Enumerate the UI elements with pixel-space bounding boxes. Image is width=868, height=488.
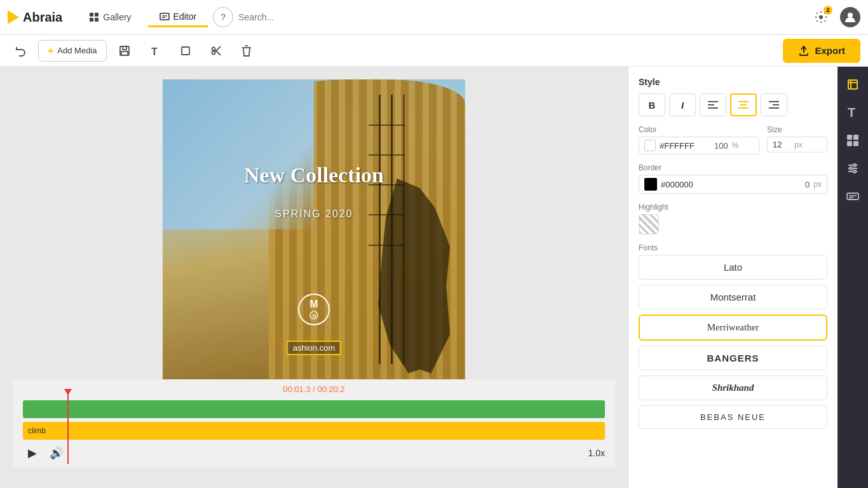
svg-rect-30 xyxy=(769,107,779,109)
timeline-clip-row[interactable]: climb xyxy=(23,421,605,441)
border-section: Border 0 px xyxy=(639,163,827,194)
bold-button[interactable]: B xyxy=(639,93,665,116)
border-size-value: 0 xyxy=(797,180,810,189)
svg-rect-26 xyxy=(740,104,747,105)
svg-rect-37 xyxy=(847,141,852,146)
size-label: Size xyxy=(767,125,827,134)
svg-rect-10 xyxy=(123,46,126,50)
logo-text: Abraia xyxy=(23,10,62,25)
settings-button[interactable]: 2 xyxy=(812,8,830,26)
text-sidebar-icon: T xyxy=(846,105,859,119)
border-input-row[interactable]: 0 px xyxy=(639,175,827,194)
editor-nav-btn[interactable]: Editor xyxy=(148,8,208,27)
crop-button[interactable] xyxy=(173,41,198,61)
sidebar-adjust-btn[interactable] xyxy=(840,156,865,181)
delete-button[interactable] xyxy=(234,41,259,61)
svg-rect-35 xyxy=(847,135,852,140)
svg-rect-27 xyxy=(738,107,749,109)
right-panel: Style B I xyxy=(628,67,837,488)
font-item-merriweather[interactable]: Merriweather xyxy=(639,315,827,341)
fonts-section: Fonts LatoMontserratMerriweatherBANGERSS… xyxy=(639,243,827,434)
fonts-list: LatoMontserratMerriweatherBANGERSShrikha… xyxy=(639,255,827,434)
highlight-picker[interactable] xyxy=(639,214,659,234)
canvas-image: New Collection SPRING 2020 M ⚙ ashion.co… xyxy=(163,79,465,379)
undo-button[interactable] xyxy=(8,41,33,61)
header: Abraia Gallery Editor ? 2 xyxy=(0,0,868,35)
gallery-icon xyxy=(89,12,99,22)
text-button[interactable]: T xyxy=(142,41,168,61)
size-input[interactable] xyxy=(773,140,792,149)
color-input-row[interactable]: 100 % xyxy=(639,137,759,154)
align-left-icon xyxy=(708,100,718,109)
canvas-subtitle-text: SPRING 2020 xyxy=(275,208,353,220)
export-button[interactable]: Export xyxy=(783,39,860,63)
italic-button[interactable]: I xyxy=(669,93,696,116)
border-label: Border xyxy=(639,163,827,172)
timeline-needle[interactable] xyxy=(67,394,69,464)
font-item-montserrat[interactable]: Montserrat xyxy=(639,285,827,309)
svg-rect-13 xyxy=(182,47,189,55)
sidebar-elements-btn[interactable] xyxy=(840,128,865,153)
percent-label: % xyxy=(732,141,739,150)
scissors-icon xyxy=(210,44,222,57)
svg-rect-36 xyxy=(853,135,858,140)
crop-icon xyxy=(179,44,192,57)
svg-point-44 xyxy=(853,170,856,173)
border-color-input[interactable] xyxy=(661,180,793,189)
add-media-button[interactable]: + Add Media xyxy=(38,40,107,62)
svg-rect-29 xyxy=(773,104,779,105)
opacity-value: 100 xyxy=(714,141,728,151)
timeline-clip[interactable]: climb xyxy=(23,422,605,440)
scissors-button[interactable] xyxy=(203,41,229,61)
color-swatch[interactable] xyxy=(644,140,656,151)
gallery-nav-btn[interactable]: Gallery xyxy=(78,8,142,26)
color-input[interactable] xyxy=(660,141,710,151)
user-icon xyxy=(844,11,856,23)
sidebar-subtitle-btn[interactable] xyxy=(840,184,865,209)
settings-badge: 2 xyxy=(824,6,832,15)
border-swatch[interactable] xyxy=(644,178,657,191)
svg-point-42 xyxy=(853,164,856,166)
canvas-logo: M ⚙ xyxy=(298,294,330,325)
size-input-row[interactable]: px xyxy=(767,137,827,152)
svg-text:⚙: ⚙ xyxy=(312,313,316,319)
font-item-shrikhand[interactable]: Shrikhand xyxy=(639,376,827,400)
align-left-button[interactable] xyxy=(700,93,726,116)
sidebar-crop-btn[interactable] xyxy=(840,72,865,97)
align-center-button[interactable] xyxy=(730,93,757,116)
svg-rect-45 xyxy=(847,193,858,200)
font-item-bangers[interactable]: BANGERS xyxy=(639,346,827,370)
help-button[interactable]: ? xyxy=(213,7,233,27)
avatar-button[interactable] xyxy=(840,7,860,27)
logo[interactable]: Abraia xyxy=(8,10,62,25)
svg-rect-38 xyxy=(853,141,858,146)
svg-rect-3 xyxy=(95,18,98,22)
svg-text:T: T xyxy=(848,105,855,119)
volume-button[interactable]: 🔊 xyxy=(50,446,64,460)
size-col: Size px xyxy=(767,125,827,154)
color-size-row: Color 100 % Size px xyxy=(639,125,827,154)
save-icon xyxy=(118,44,131,57)
canvas-url-text[interactable]: ashion.com xyxy=(287,341,341,355)
align-right-icon xyxy=(769,100,779,109)
save-button[interactable] xyxy=(112,41,137,61)
sidebar-text-btn[interactable]: T xyxy=(840,100,865,125)
speed-label: 1.0x xyxy=(588,448,605,458)
color-label: Color xyxy=(639,125,759,134)
right-sidebar: T xyxy=(837,67,868,488)
align-right-button[interactable] xyxy=(761,93,787,116)
font-item-bebas-neue[interactable]: BEBAS NEUE xyxy=(639,405,827,429)
timeline-controls: ▶ 🔊 1.0x xyxy=(23,444,605,463)
timeline-main-track[interactable] xyxy=(23,400,605,418)
svg-rect-22 xyxy=(708,101,718,102)
undo-icon xyxy=(14,44,27,57)
logo-icon xyxy=(8,10,19,24)
svg-rect-2 xyxy=(90,18,93,22)
font-item-lato[interactable]: Lato xyxy=(639,255,827,280)
play-button[interactable]: ▶ xyxy=(23,444,42,463)
main-track[interactable] xyxy=(23,400,605,418)
search-input[interactable] xyxy=(238,12,442,22)
svg-rect-11 xyxy=(121,51,128,55)
delete-icon xyxy=(240,44,253,57)
video-canvas[interactable]: New Collection SPRING 2020 M ⚙ ashion.co… xyxy=(163,79,465,379)
